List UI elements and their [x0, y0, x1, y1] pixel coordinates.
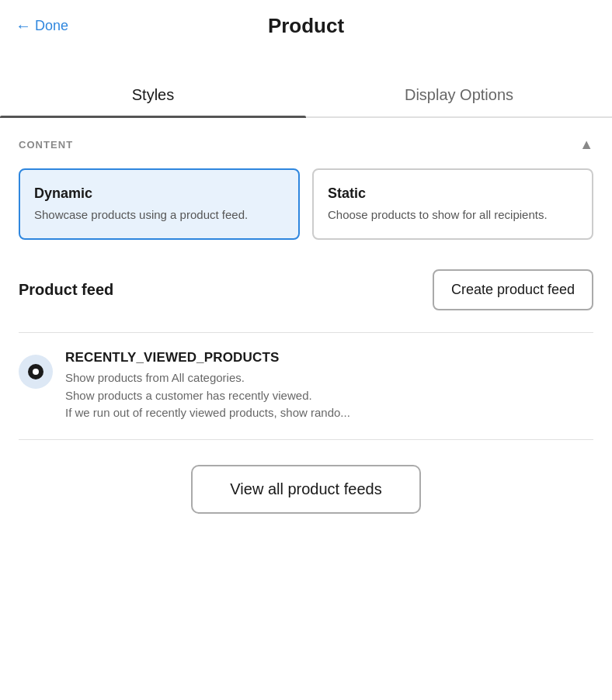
feed-radio[interactable] — [19, 355, 53, 389]
static-card[interactable]: Static Choose products to show for all r… — [312, 168, 593, 240]
content-section-title: CONTENT — [19, 139, 73, 151]
view-all-product-feeds-button[interactable]: View all product feeds — [191, 465, 420, 514]
feed-item[interactable]: RECENTLY_VIEWED_PRODUCTS Show products f… — [0, 333, 612, 439]
view-all-container: View all product feeds — [0, 440, 612, 539]
product-feed-label: Product feed — [19, 281, 113, 299]
static-card-title: Static — [328, 185, 578, 202]
dynamic-card-desc: Showcase products using a product feed. — [34, 206, 284, 223]
content-section-header: CONTENT ▲ — [0, 118, 612, 168]
create-product-feed-button[interactable]: Create product feed — [433, 269, 593, 310]
tabs-container: Styles Display Options — [0, 75, 612, 118]
feed-name: RECENTLY_VIEWED_PRODUCTS — [65, 350, 593, 366]
content-cards: Dynamic Showcase products using a produc… — [0, 168, 612, 262]
dynamic-card-title: Dynamic — [34, 185, 284, 202]
dynamic-card[interactable]: Dynamic Showcase products using a produc… — [19, 168, 300, 240]
product-feed-row: Product feed Create product feed — [0, 262, 612, 332]
chevron-up-icon[interactable]: ▲ — [579, 137, 593, 153]
feed-info: RECENTLY_VIEWED_PRODUCTS Show products f… — [65, 350, 593, 422]
header: ← Done Product — [0, 0, 612, 52]
tab-styles[interactable]: Styles — [0, 75, 306, 116]
page-title: Product — [268, 14, 344, 38]
feed-radio-inner — [28, 364, 43, 379]
static-card-desc: Choose products to show for all recipien… — [328, 206, 578, 223]
tab-display-options[interactable]: Display Options — [306, 75, 612, 116]
done-label: Done — [35, 18, 68, 34]
feed-radio-dot — [33, 369, 39, 375]
back-arrow-icon: ← — [16, 17, 31, 35]
feed-desc-line-2: Show products a customer has recently vi… — [65, 387, 593, 405]
feed-desc-line-3: If we run out of recently viewed product… — [65, 404, 593, 422]
done-button[interactable]: ← Done — [16, 17, 68, 35]
feed-desc-line-1: Show products from All categories. — [65, 369, 593, 387]
